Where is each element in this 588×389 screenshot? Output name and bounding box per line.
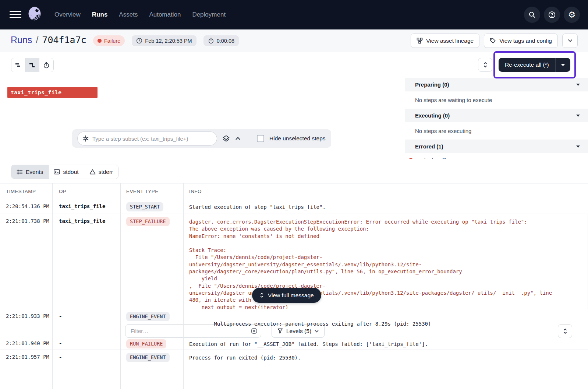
col-info: INFO	[184, 183, 588, 199]
step-subset-toolbar: Hide unselected steps	[72, 129, 331, 148]
event-error-info: dagster._core.errors.DagsterExecutionSte…	[184, 214, 588, 309]
layers-icon[interactable]	[222, 135, 230, 143]
event-timestamp: 2:20:54.136 PM	[0, 199, 53, 214]
col-timestamp: TIMESTAMP	[0, 183, 53, 199]
breadcrumb-separator: /	[36, 35, 38, 45]
table-header: TIMESTAMP OP EVENT TYPE INFO	[0, 183, 588, 199]
help-button[interactable]	[544, 7, 560, 23]
event-info: Multiprocess executor: parent process ex…	[184, 309, 588, 336]
waterfall-view-icon	[29, 62, 35, 68]
viewmode-timing-button[interactable]	[39, 58, 53, 72]
preparing-empty-text: No steps are waiting to execute	[405, 91, 588, 109]
op-selector-icon	[82, 135, 89, 142]
table-row[interactable]: 2:20:54.136 PM taxi_trips_file STEP_STAR…	[0, 199, 588, 214]
reexecute-dropdown-button[interactable]	[556, 58, 570, 72]
tab-stderr[interactable]: stderr	[84, 165, 118, 179]
event-op: -	[53, 309, 121, 336]
expand-vertical-icon	[259, 292, 264, 298]
event-info: Execution of run for "__ASSET_JOB" faile…	[184, 336, 588, 350]
chevron-down-icon	[561, 63, 565, 66]
gantt-expand-button[interactable]	[478, 58, 492, 72]
collapse-caret-icon	[576, 115, 580, 117]
gantt-chart: taxi_trips_file Hide unselected steps	[0, 78, 405, 159]
log-tabs: Events stdout stderr	[11, 165, 118, 179]
executing-empty-text: No steps are executing	[405, 122, 588, 140]
section-preparing[interactable]: Preparing (0)	[405, 78, 588, 91]
errored-dot-icon	[408, 158, 413, 160]
lineage-icon	[417, 38, 423, 44]
status-badge: Failure	[93, 35, 125, 46]
viewmode-flat-button[interactable]	[11, 58, 25, 72]
event-type-badge: RUN_FAILURE	[126, 339, 166, 348]
run-id: 704f1a7c	[42, 35, 86, 45]
event-timestamp: 2:21:01.957 PM	[0, 350, 53, 389]
nav-item-overview[interactable]: Overview	[54, 11, 81, 18]
breadcrumb-runs-link[interactable]: Runs	[11, 35, 32, 45]
nav-item-automation[interactable]: Automation	[149, 11, 181, 18]
event-type-badge: STEP_START	[126, 202, 163, 211]
reexecute-all-button[interactable]: Re-execute all (*)	[499, 58, 570, 72]
event-timestamp: 2:21:01.933 PM	[0, 309, 53, 336]
event-list-icon	[17, 169, 23, 175]
section-executing[interactable]: Executing (0)	[405, 109, 588, 122]
stopwatch-icon	[208, 38, 214, 44]
top-nav: Overview Runs Assets Automation Deployme…	[0, 0, 588, 29]
table-row[interactable]: 2:21:01.940 PM - RUN_FAILURE Execution o…	[0, 336, 588, 350]
log-toolbar: Events stdout stderr Levels (5)	[0, 160, 588, 183]
nav-item-runs[interactable]: Runs	[92, 11, 108, 18]
chevron-down-icon	[568, 39, 573, 42]
menu-icon[interactable]	[10, 11, 21, 18]
warning-triangle-icon	[89, 169, 96, 175]
event-timestamp: 2:21:01.738 PM	[0, 214, 53, 309]
nav-item-deployment[interactable]: Deployment	[192, 11, 226, 18]
event-op: taxi_trips_file	[53, 199, 121, 214]
help-icon	[548, 11, 556, 19]
tag-icon	[490, 38, 496, 44]
primary-nav: Overview Runs Assets Automation Deployme…	[54, 0, 226, 29]
collapse-caret-icon	[576, 146, 580, 148]
viewmode-waterfall-button[interactable]	[25, 58, 39, 72]
section-errored[interactable]: Errored (1)	[405, 140, 588, 153]
event-op: taxi_trips_file	[53, 214, 121, 309]
table-row[interactable]: 2:21:01.738 PM taxi_trips_file STEP_FAIL…	[0, 214, 588, 309]
nav-item-assets[interactable]: Assets	[119, 11, 138, 18]
caret-up-icon[interactable]	[235, 137, 241, 140]
gantt-viewmode-group	[11, 58, 54, 72]
view-tags-config-button[interactable]: View tags and config	[484, 34, 558, 48]
event-type-badge: ENGINE_EVENT	[126, 312, 170, 321]
search-button[interactable]	[524, 7, 540, 23]
event-op: -	[53, 350, 121, 389]
stopwatch-view-icon	[43, 62, 50, 69]
event-type-badge: STEP_FAILURE	[126, 217, 170, 226]
events-table: TIMESTAMP OP EVENT TYPE INFO 2:20:54.136…	[0, 183, 588, 389]
gear-icon: ⚙	[568, 11, 576, 19]
more-actions-button[interactable]	[562, 34, 578, 48]
tab-events[interactable]: Events	[11, 165, 49, 179]
errored-step-row[interactable]: taxi_trips_file 0:00:07	[405, 153, 588, 159]
table-row[interactable]: 2:21:01.933 PM - ENGINE_EVENT Multiproce…	[0, 309, 588, 336]
clock-icon	[136, 38, 142, 44]
event-info: Process for run exited (pid: 25530).	[184, 350, 588, 389]
event-op: -	[53, 336, 121, 350]
flat-view-icon	[15, 62, 21, 68]
expand-vertical-icon	[483, 62, 488, 68]
gantt-step-taxi-trips-file[interactable]: taxi_trips_file	[7, 87, 98, 98]
view-full-message-button[interactable]: View full message	[252, 288, 321, 303]
tab-stdout[interactable]: stdout	[49, 165, 84, 179]
start-time-badge: Feb 12, 2:20:53 PM	[132, 35, 196, 46]
settings-button[interactable]: ⚙	[564, 7, 580, 23]
breadcrumb: Runs / 704f1a7c	[11, 35, 86, 45]
dagster-logo-icon[interactable]	[26, 6, 44, 23]
step-status-panel: Preparing (0) No steps are waiting to ex…	[405, 78, 588, 159]
event-info: Started execution of step "taxi_trips_fi…	[184, 199, 588, 214]
step-subset-input[interactable]	[77, 132, 217, 146]
col-event-type: EVENT TYPE	[121, 183, 184, 199]
table-row[interactable]: 2:21:01.957 PM - ENGINE_EVENT Process fo…	[0, 350, 588, 389]
hide-unselected-checkbox[interactable]	[257, 135, 264, 142]
failure-dot-icon	[98, 39, 102, 43]
col-op: OP	[53, 183, 121, 199]
duration-badge: 0:00:08	[203, 35, 239, 46]
collapse-caret-icon	[576, 84, 580, 86]
search-icon	[528, 11, 536, 18]
view-asset-lineage-button[interactable]: View asset lineage	[411, 34, 479, 48]
